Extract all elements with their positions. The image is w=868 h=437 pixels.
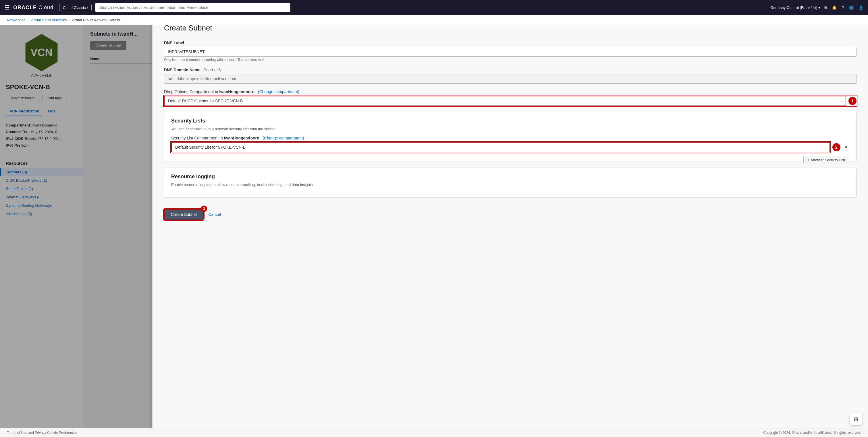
step-badge-1: 1 <box>848 97 857 105</box>
dns-label-group: DNS Label Only letters and numbers, star… <box>164 40 857 62</box>
create-subnet-submit-button[interactable]: Create Subnet <box>164 209 204 220</box>
create-subnet-btn-wrapper: Create Subnet 3 <box>164 209 204 220</box>
dhcp-select-row: Default DHCP Options for SPOKE-VCN-B 1 <box>164 96 857 106</box>
resource-logging-section: Resource logging Enable resource logging… <box>164 168 857 198</box>
dns-label-input[interactable] <box>164 47 857 57</box>
help-float-icon: ⊞ <box>854 416 858 423</box>
step-badge-3: 3 <box>201 206 207 212</box>
delete-security-list-button[interactable]: ✕ <box>843 144 849 150</box>
dhcp-options-select[interactable]: Default DHCP Options for SPOKE-VCN-B <box>164 96 846 106</box>
create-subnet-panel: Create Subnet DNS Label Only letters and… <box>152 15 868 437</box>
nav-region[interactable]: Germany Central (Frankfurt) ▾ <box>770 5 820 10</box>
help-icon[interactable]: ? <box>842 5 844 10</box>
dns-domain-input <box>164 74 857 84</box>
breadcrumb-detail: Virtual Cloud Network Details <box>71 18 120 22</box>
resource-logging-desc: Enable resource logging to allow resourc… <box>171 182 849 187</box>
dhcp-select-wrapper: Default DHCP Options for SPOKE-VCN-B <box>164 96 846 106</box>
footer-left: Terms of Use and Privacy Cookie Preferen… <box>7 431 77 435</box>
panel-inner: Create Subnet DNS Label Only letters and… <box>153 15 868 231</box>
dhcp-compartment-label: Dhcp Options Compartment in IwanHoogendo… <box>164 89 857 94</box>
dns-domain-group: DNS Domain Name Read-only <box>164 67 857 84</box>
step-badge-2: 2 <box>832 143 840 151</box>
security-list-select[interactable]: Default Security List for SPOKE-VCN-B <box>171 142 830 152</box>
terminal-icon[interactable]: ⊞ <box>824 5 827 10</box>
security-lists-title: Security Lists <box>171 118 849 124</box>
resource-logging-title: Resource logging <box>171 174 849 180</box>
oracle-logo: ORACLE Cloud <box>13 5 54 11</box>
hamburger-menu[interactable]: ☰ <box>5 4 10 11</box>
nav-icons: ⊞ 🔔 ? 🌐 👤 <box>824 5 863 10</box>
dhcp-change-compartment-link[interactable]: (Change compartment) <box>258 89 299 94</box>
cancel-button[interactable]: Cancel <box>208 212 221 217</box>
security-compartment-label: Security List Compartment in IwanHoogend… <box>171 136 849 140</box>
security-select-row: Default Security List for SPOKE-VCN-B 2 … <box>171 142 849 152</box>
add-security-list-button[interactable]: + Another Security List <box>803 156 849 164</box>
dhcp-group: Dhcp Options Compartment in IwanHoogendo… <box>164 89 857 106</box>
globe-icon[interactable]: 🌐 <box>849 5 854 10</box>
breadcrumb: Networking › Virtual cloud networks › Vi… <box>0 15 868 25</box>
security-lists-desc: You can associate up to 5 network securi… <box>171 127 849 131</box>
dns-label-hint: Only letters and numbers, starting with … <box>164 58 857 62</box>
page-footer: Terms of Use and Privacy Cookie Preferen… <box>0 428 868 437</box>
cloud-classic-button[interactable]: Cloud Classic › <box>59 4 92 11</box>
security-change-compartment-link[interactable]: (Change compartment) <box>262 136 304 140</box>
top-navigation: ☰ ORACLE Cloud Cloud Classic › Germany C… <box>0 0 868 15</box>
security-lists-section: Security Lists You can associate up to 5… <box>164 112 857 162</box>
user-avatar[interactable]: 👤 <box>859 5 863 10</box>
security-select-wrapper: Default Security List for SPOKE-VCN-B <box>171 142 830 152</box>
help-float-button[interactable]: ⊞ <box>849 413 862 426</box>
breadcrumb-networking[interactable]: Networking <box>7 18 26 22</box>
global-search-input[interactable] <box>95 3 290 12</box>
footer-right: Copyright © 2024, Oracle and/or its affi… <box>763 431 861 435</box>
dns-domain-label: DNS Domain Name Read-only <box>164 67 857 72</box>
bell-icon[interactable]: 🔔 <box>832 5 837 10</box>
dns-label-label: DNS Label <box>164 40 857 45</box>
panel-footer: Create Subnet 3 Cancel <box>164 203 857 220</box>
breadcrumb-vcn-list[interactable]: Virtual cloud networks <box>30 18 67 22</box>
